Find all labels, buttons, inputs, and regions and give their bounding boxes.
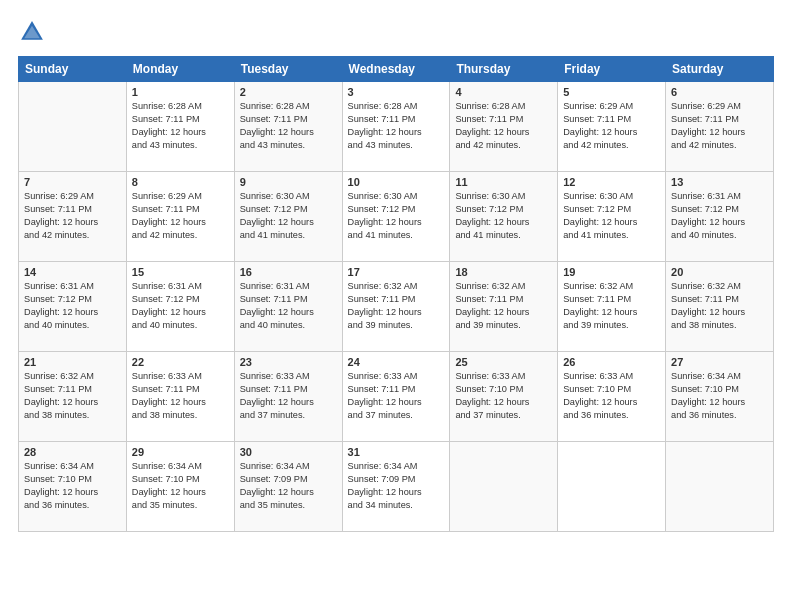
cell-content: Sunrise: 6:34 AM Sunset: 7:10 PM Dayligh… [132,460,229,512]
logo-icon [18,18,46,46]
day-number: 16 [240,266,337,278]
cell-content: Sunrise: 6:29 AM Sunset: 7:11 PM Dayligh… [563,100,660,152]
day-number: 19 [563,266,660,278]
day-number: 8 [132,176,229,188]
cell-content: Sunrise: 6:30 AM Sunset: 7:12 PM Dayligh… [563,190,660,242]
cell-content: Sunrise: 6:30 AM Sunset: 7:12 PM Dayligh… [348,190,445,242]
cell-content: Sunrise: 6:29 AM Sunset: 7:11 PM Dayligh… [24,190,121,242]
day-header-monday: Monday [126,57,234,82]
cell-content: Sunrise: 6:33 AM Sunset: 7:11 PM Dayligh… [348,370,445,422]
day-number: 21 [24,356,121,368]
calendar-cell: 15Sunrise: 6:31 AM Sunset: 7:12 PM Dayli… [126,262,234,352]
calendar-cell: 7Sunrise: 6:29 AM Sunset: 7:11 PM Daylig… [19,172,127,262]
calendar-cell: 20Sunrise: 6:32 AM Sunset: 7:11 PM Dayli… [666,262,774,352]
cell-content: Sunrise: 6:31 AM Sunset: 7:12 PM Dayligh… [132,280,229,332]
cell-content: Sunrise: 6:34 AM Sunset: 7:10 PM Dayligh… [24,460,121,512]
calendar-cell: 17Sunrise: 6:32 AM Sunset: 7:11 PM Dayli… [342,262,450,352]
calendar-week-1: 1Sunrise: 6:28 AM Sunset: 7:11 PM Daylig… [19,82,774,172]
day-number: 13 [671,176,768,188]
calendar-cell: 11Sunrise: 6:30 AM Sunset: 7:12 PM Dayli… [450,172,558,262]
day-number: 31 [348,446,445,458]
day-number: 30 [240,446,337,458]
day-number: 6 [671,86,768,98]
calendar-week-5: 28Sunrise: 6:34 AM Sunset: 7:10 PM Dayli… [19,442,774,532]
calendar-cell: 31Sunrise: 6:34 AM Sunset: 7:09 PM Dayli… [342,442,450,532]
cell-content: Sunrise: 6:28 AM Sunset: 7:11 PM Dayligh… [455,100,552,152]
calendar-cell [558,442,666,532]
calendar-cell: 22Sunrise: 6:33 AM Sunset: 7:11 PM Dayli… [126,352,234,442]
day-number: 2 [240,86,337,98]
calendar-cell: 5Sunrise: 6:29 AM Sunset: 7:11 PM Daylig… [558,82,666,172]
calendar-table: SundayMondayTuesdayWednesdayThursdayFrid… [18,56,774,532]
cell-content: Sunrise: 6:31 AM Sunset: 7:11 PM Dayligh… [240,280,337,332]
calendar-cell: 1Sunrise: 6:28 AM Sunset: 7:11 PM Daylig… [126,82,234,172]
calendar-cell: 14Sunrise: 6:31 AM Sunset: 7:12 PM Dayli… [19,262,127,352]
day-header-sunday: Sunday [19,57,127,82]
day-number: 28 [24,446,121,458]
cell-content: Sunrise: 6:32 AM Sunset: 7:11 PM Dayligh… [563,280,660,332]
calendar-cell: 23Sunrise: 6:33 AM Sunset: 7:11 PM Dayli… [234,352,342,442]
calendar-cell: 9Sunrise: 6:30 AM Sunset: 7:12 PM Daylig… [234,172,342,262]
calendar-cell: 30Sunrise: 6:34 AM Sunset: 7:09 PM Dayli… [234,442,342,532]
cell-content: Sunrise: 6:29 AM Sunset: 7:11 PM Dayligh… [132,190,229,242]
cell-content: Sunrise: 6:30 AM Sunset: 7:12 PM Dayligh… [240,190,337,242]
cell-content: Sunrise: 6:33 AM Sunset: 7:10 PM Dayligh… [563,370,660,422]
cell-content: Sunrise: 6:34 AM Sunset: 7:09 PM Dayligh… [240,460,337,512]
calendar-cell: 10Sunrise: 6:30 AM Sunset: 7:12 PM Dayli… [342,172,450,262]
calendar-cell: 27Sunrise: 6:34 AM Sunset: 7:10 PM Dayli… [666,352,774,442]
calendar-cell: 16Sunrise: 6:31 AM Sunset: 7:11 PM Dayli… [234,262,342,352]
calendar-cell: 25Sunrise: 6:33 AM Sunset: 7:10 PM Dayli… [450,352,558,442]
logo [18,18,50,46]
day-number: 27 [671,356,768,368]
cell-content: Sunrise: 6:31 AM Sunset: 7:12 PM Dayligh… [671,190,768,242]
cell-content: Sunrise: 6:32 AM Sunset: 7:11 PM Dayligh… [455,280,552,332]
day-number: 9 [240,176,337,188]
day-number: 7 [24,176,121,188]
calendar-cell: 18Sunrise: 6:32 AM Sunset: 7:11 PM Dayli… [450,262,558,352]
calendar-week-2: 7Sunrise: 6:29 AM Sunset: 7:11 PM Daylig… [19,172,774,262]
day-number: 17 [348,266,445,278]
cell-content: Sunrise: 6:31 AM Sunset: 7:12 PM Dayligh… [24,280,121,332]
cell-content: Sunrise: 6:30 AM Sunset: 7:12 PM Dayligh… [455,190,552,242]
day-number: 25 [455,356,552,368]
calendar-week-4: 21Sunrise: 6:32 AM Sunset: 7:11 PM Dayli… [19,352,774,442]
page: SundayMondayTuesdayWednesdayThursdayFrid… [0,0,792,612]
cell-content: Sunrise: 6:32 AM Sunset: 7:11 PM Dayligh… [671,280,768,332]
day-number: 10 [348,176,445,188]
cell-content: Sunrise: 6:33 AM Sunset: 7:10 PM Dayligh… [455,370,552,422]
cell-content: Sunrise: 6:29 AM Sunset: 7:11 PM Dayligh… [671,100,768,152]
calendar-cell [450,442,558,532]
calendar-cell: 3Sunrise: 6:28 AM Sunset: 7:11 PM Daylig… [342,82,450,172]
cell-content: Sunrise: 6:32 AM Sunset: 7:11 PM Dayligh… [24,370,121,422]
day-number: 11 [455,176,552,188]
calendar-cell: 13Sunrise: 6:31 AM Sunset: 7:12 PM Dayli… [666,172,774,262]
cell-content: Sunrise: 6:34 AM Sunset: 7:10 PM Dayligh… [671,370,768,422]
calendar-cell: 24Sunrise: 6:33 AM Sunset: 7:11 PM Dayli… [342,352,450,442]
calendar-cell: 21Sunrise: 6:32 AM Sunset: 7:11 PM Dayli… [19,352,127,442]
day-number: 4 [455,86,552,98]
calendar-cell: 29Sunrise: 6:34 AM Sunset: 7:10 PM Dayli… [126,442,234,532]
day-number: 18 [455,266,552,278]
day-number: 22 [132,356,229,368]
day-header-saturday: Saturday [666,57,774,82]
calendar-cell [19,82,127,172]
day-number: 1 [132,86,229,98]
calendar-cell [666,442,774,532]
day-number: 5 [563,86,660,98]
calendar-cell: 2Sunrise: 6:28 AM Sunset: 7:11 PM Daylig… [234,82,342,172]
calendar-cell: 12Sunrise: 6:30 AM Sunset: 7:12 PM Dayli… [558,172,666,262]
calendar-cell: 8Sunrise: 6:29 AM Sunset: 7:11 PM Daylig… [126,172,234,262]
day-number: 12 [563,176,660,188]
calendar-cell: 19Sunrise: 6:32 AM Sunset: 7:11 PM Dayli… [558,262,666,352]
day-number: 23 [240,356,337,368]
calendar-header-row: SundayMondayTuesdayWednesdayThursdayFrid… [19,57,774,82]
calendar-week-3: 14Sunrise: 6:31 AM Sunset: 7:12 PM Dayli… [19,262,774,352]
day-number: 24 [348,356,445,368]
calendar-cell: 4Sunrise: 6:28 AM Sunset: 7:11 PM Daylig… [450,82,558,172]
day-header-tuesday: Tuesday [234,57,342,82]
cell-content: Sunrise: 6:33 AM Sunset: 7:11 PM Dayligh… [240,370,337,422]
calendar-cell: 6Sunrise: 6:29 AM Sunset: 7:11 PM Daylig… [666,82,774,172]
day-header-friday: Friday [558,57,666,82]
calendar-cell: 26Sunrise: 6:33 AM Sunset: 7:10 PM Dayli… [558,352,666,442]
cell-content: Sunrise: 6:33 AM Sunset: 7:11 PM Dayligh… [132,370,229,422]
